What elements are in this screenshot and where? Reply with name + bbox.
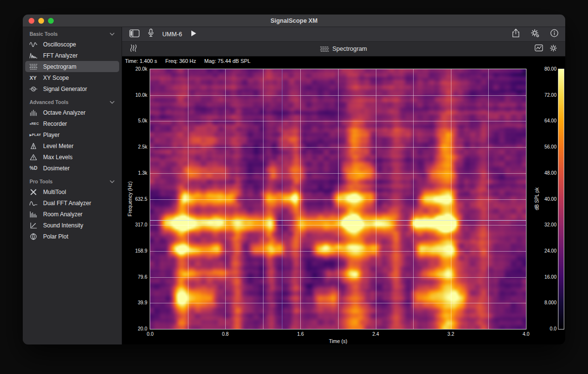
tick-label: 0.0 <box>550 326 557 332</box>
cursor-freq: Freq: 360 Hz <box>165 58 196 64</box>
sidebar-item-label: Octave Analyzer <box>43 109 85 116</box>
sidebar-item-signal-generator[interactable]: Signal Generator <box>23 83 122 94</box>
chevron-down-icon <box>109 32 115 36</box>
tick-label: 2.5k <box>138 144 147 150</box>
dosimeter-icon: %D <box>30 165 42 172</box>
x-axis-label: Time (s) <box>150 338 526 344</box>
multitool-icon <box>30 188 42 196</box>
polar-plot-icon <box>30 233 42 240</box>
spectrogram-canvas[interactable] <box>150 69 526 329</box>
sidebar-item-xy-scope[interactable]: XY XY Scope <box>23 72 122 83</box>
toolbar: UMM-6 <box>122 27 565 42</box>
sidebar-item-oscilloscope[interactable]: Oscilloscope <box>23 39 122 50</box>
oscilloscope-icon <box>30 41 42 48</box>
sidebar-item-label: Sound Intensity <box>43 222 83 229</box>
sidebar-section-advanced-tools[interactable]: Advanced Tools <box>23 97 122 107</box>
sidebar-item-spectrogram[interactable]: Spectrogram <box>25 61 119 72</box>
zoom-window-button[interactable] <box>48 18 54 24</box>
y-axis-ticks: 20.0k10.0k5.0k2.5k1.3k632.5317.0158.979.… <box>122 69 148 329</box>
tick-label: 10.0k <box>136 92 147 98</box>
sidebar-section-basic-tools[interactable]: Basic Tools <box>23 29 122 39</box>
sidebar-section-pro-tools[interactable]: Pro Tools <box>23 177 122 186</box>
sidebar-item-multitool[interactable]: MultiTool <box>23 186 122 197</box>
sidebar-item-player[interactable]: ▶PLAY Player <box>23 129 122 140</box>
sidebar-item-room-analyzer[interactable]: Room Analyzer <box>23 209 122 220</box>
app-window: SignalScope XM Basic Tools Oscilloscope … <box>23 15 565 344</box>
input-device-label[interactable]: UMM-6 <box>162 31 182 38</box>
sidebar-item-recorder[interactable]: ●REC Recorder <box>23 118 122 129</box>
sidebar-item-label: MultiTool <box>43 189 66 195</box>
share-button[interactable] <box>512 29 520 40</box>
sidebar-item-label: Spectrogram <box>43 63 77 70</box>
tick-label: 4.0 <box>523 331 529 337</box>
sidebar-item-dual-fft-analyzer[interactable]: Dual FFT Analyzer <box>23 197 122 209</box>
tick-label: 64.00 <box>544 118 557 124</box>
max-levels-icon <box>30 153 42 161</box>
tick-label: 0.8 <box>222 331 229 337</box>
tick-label: 0.0 <box>147 331 154 337</box>
spectrogram-icon <box>30 63 42 71</box>
fft-analyzer-icon <box>30 52 42 60</box>
sidebar-item-label: XY Scope <box>43 75 69 81</box>
chevron-down-icon <box>109 101 115 104</box>
close-window-button[interactable] <box>29 18 34 24</box>
chart-view-toggle-button[interactable] <box>535 45 543 53</box>
sidebar-item-fft-analyzer[interactable]: FFT Analyzer <box>23 50 122 61</box>
sidebar-item-label: Player <box>43 132 60 138</box>
sidebar-toggle-button[interactable] <box>129 30 139 39</box>
sidebar-item-label: Polar Plot <box>43 233 68 240</box>
tick-label: 158.9 <box>135 248 147 254</box>
view-title-label: Spectrogram <box>332 45 367 52</box>
colorbar-label: dB SPL pk <box>534 188 540 210</box>
tick-label: 1.3k <box>138 170 147 176</box>
room-analyzer-icon <box>30 210 42 218</box>
cursor-status-line: Time: 1.400 sFreq: 360 HzMag: 75.44 dB S… <box>125 58 259 64</box>
play-button[interactable] <box>190 30 197 39</box>
info-button[interactable] <box>550 29 558 39</box>
view-settings-gear-button[interactable] <box>549 44 557 54</box>
dual-fft-analyzer-icon <box>30 199 42 207</box>
sidebar-item-label: Level Meter <box>43 143 74 150</box>
sidebar-item-level-meter[interactable]: Level Meter <box>23 140 122 151</box>
sidebar-item-label: FFT Analyzer <box>43 52 77 59</box>
octave-analyzer-icon <box>30 109 42 117</box>
section-label: Advanced Tools <box>30 99 68 105</box>
section-label: Basic Tools <box>30 31 58 37</box>
tick-label: 632.5 <box>135 196 147 202</box>
main-area: UMM-6 Spectrogram Time: 1.400 sFreq: 360… <box>122 27 565 344</box>
tick-label: 48.00 <box>544 170 557 176</box>
tick-label: 8.000 <box>544 300 557 306</box>
titlebar: SignalScope XM <box>23 15 565 27</box>
settings-gear-badge-button[interactable] <box>530 29 540 40</box>
sidebar-item-sound-intensity[interactable]: Sound Intensity <box>23 220 122 231</box>
sidebar-item-polar-plot[interactable]: Polar Plot <box>23 231 122 242</box>
viewbar: Spectrogram <box>122 42 565 57</box>
tick-label: 32.00 <box>544 222 557 228</box>
spectrogram-plot-frame <box>150 69 526 329</box>
spectrogram-icon <box>320 46 329 52</box>
tick-label: 24.00 <box>544 248 557 254</box>
tick-label: 20.0 <box>138 326 147 332</box>
level-meter-icon <box>30 142 42 150</box>
sidebar-item-label: Max Levels <box>43 154 73 161</box>
sidebar-item-max-levels[interactable]: Max Levels <box>23 151 122 163</box>
signal-waves-icon[interactable] <box>130 44 137 54</box>
tick-label: 40.00 <box>544 196 557 202</box>
sidebar-item-label: Dual FFT Analyzer <box>43 200 91 207</box>
sidebar-item-label: Oscilloscope <box>43 41 76 48</box>
microphone-icon[interactable] <box>148 29 154 40</box>
tick-label: 39.9 <box>138 300 147 306</box>
minimize-window-button[interactable] <box>38 18 44 24</box>
sound-intensity-icon <box>30 222 42 229</box>
window-title: SignalScope XM <box>23 17 565 24</box>
sidebar-item-dosimeter[interactable]: %D Dosimeter <box>23 163 122 174</box>
sidebar-item-label: Dosimeter <box>43 165 70 172</box>
sidebar-item-label: Recorder <box>43 120 67 127</box>
tick-label: 5.0k <box>138 118 147 124</box>
sidebar: Basic Tools Oscilloscope FFT Analyzer Sp… <box>23 27 122 344</box>
tick-label: 16.00 <box>544 274 557 280</box>
colorbar-canvas <box>558 69 564 329</box>
view-title: Spectrogram <box>122 45 565 52</box>
sidebar-item-label: Room Analyzer <box>43 211 82 218</box>
sidebar-item-octave-analyzer[interactable]: Octave Analyzer <box>23 107 122 118</box>
